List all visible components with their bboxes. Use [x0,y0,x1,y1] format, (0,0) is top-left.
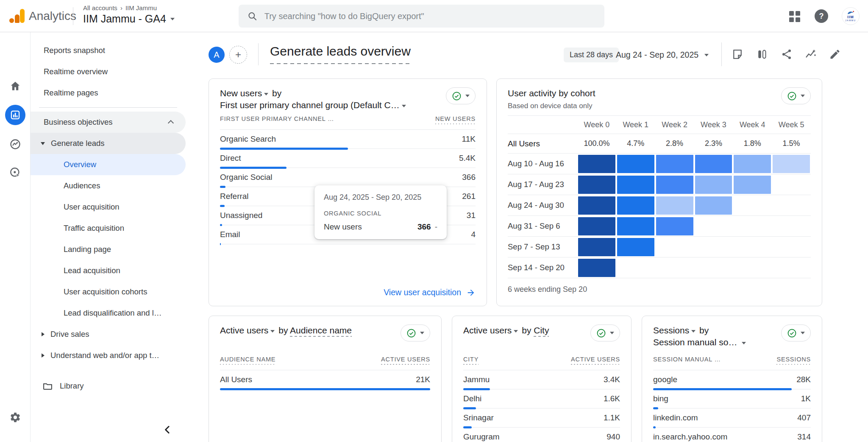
logo-dot [9,18,14,23]
sidebar-item-realtime-overview[interactable]: Realtime overview [31,61,186,82]
dimension-table: google28Kbing1Klinkedin.com407in.search.… [653,370,811,442]
metric-column-header[interactable]: ACTIVE USERS [381,356,430,365]
sidebar-item-landing-page[interactable]: Landing page [31,239,186,260]
breadcrumb-all-accounts[interactable]: All accounts [83,4,117,11]
note-icon[interactable] [732,48,743,60]
metric-column-header[interactable]: SESSIONS [776,356,811,365]
reports-icon[interactable] [5,105,25,125]
sidebar-item-user-acquisition-cohorts[interactable]: User acquisition cohorts [31,281,186,302]
advertising-icon[interactable] [9,167,21,179]
view-user-acquisition-link[interactable]: View user acquisition [384,288,476,297]
dimension-column-header[interactable]: CITY [463,356,479,365]
cohort-heatmap: Aug 10 - Aug 16Aug 17 - Aug 23Aug 24 - A… [508,154,811,278]
add-collaborator-button[interactable]: + [229,46,247,64]
cohort-week-header: Week 1 [616,120,655,129]
breadcrumb-entity[interactable]: IIM Jammu [125,4,157,11]
collapse-sidebar-icon[interactable] [161,423,174,436]
comparison-icon[interactable] [756,48,768,60]
cohort-row: Aug 31 - Sep 6 [508,216,811,237]
date-range-picker[interactable]: Aug 24 - Sep 20, 2025 [616,48,709,62]
date-range-text: Aug 24 - Sep 20, 2025 [616,50,698,60]
page-title[interactable]: Generate leads overview [270,44,411,64]
by-label: by [272,88,281,98]
home-icon[interactable] [9,80,21,92]
avatar-text-jammu: JAMMU [845,19,856,22]
property-selector[interactable]: IIM Jammu - GA4 [83,13,175,25]
sidebar-item-overview[interactable]: Overview [31,154,186,175]
row-value: 1K [801,394,811,403]
metric-selector[interactable]: Active users [463,325,512,335]
share-icon[interactable] [781,48,793,60]
sidebar-item-lead-acquisition[interactable]: Lead acquisition [31,260,186,281]
sidebar-item-user-acquisition[interactable]: User acquisition [31,196,186,218]
apps-grid-icon[interactable] [789,11,800,22]
metric-selector[interactable]: Active users [220,325,268,335]
sidebar-item-reports-snapshot[interactable]: Reports snapshot [31,40,186,61]
cohort-all-users-row: All Users100.0%4.7%2.8%2.3%1.8%1.5% [508,134,811,154]
sidebar-item-label: Reports snapshot [44,46,105,55]
data-quality-badge[interactable] [401,325,430,341]
sidebar-item-audiences[interactable]: Audiences [31,175,186,196]
cohort-cell [578,196,615,215]
metric-selector[interactable]: Sessions [653,325,689,335]
cohort-all-users-label: All Users [508,139,577,148]
help-icon[interactable]: ? [815,9,828,23]
cohort-cell [656,259,693,277]
sidebar-item-realtime-pages[interactable]: Realtime pages [31,82,186,104]
collaborator-avatar[interactable]: A [209,47,225,63]
sidebar-item-business-objectives[interactable]: Business objectives [31,112,186,133]
search-bar[interactable] [239,5,604,28]
header-divider [258,43,259,65]
data-quality-badge[interactable] [590,325,620,341]
sidebar-item-understand-web-and-or-app-t[interactable]: Understand web and/or app t… [31,345,186,366]
dimension-selector[interactable]: City [534,325,549,337]
data-quality-badge[interactable] [781,87,811,104]
cohort-cell [617,155,654,173]
date-preset-chip[interactable]: Last 28 days [564,48,619,62]
analytics-logo-icon[interactable] [9,9,25,23]
admin-gear-icon[interactable] [9,411,21,423]
insights-icon[interactable] [805,48,817,60]
sidebar-item-lead-disqualification-and-l[interactable]: Lead disqualification and l… [31,302,186,324]
data-quality-badge[interactable] [446,87,476,104]
metric-selector[interactable]: New users [220,88,262,98]
table-row: Organic Social366 [220,168,476,187]
sidebar-item-generate-leads[interactable]: Generate leads [31,133,186,154]
property-name: IIM Jammu - GA4 [83,13,166,25]
cohort-cell [656,176,693,194]
chart-tooltip: Aug 24, 2025 - Sep 20, 2025 ORGANIC SOCI… [314,185,447,239]
dimension-column-header[interactable]: AUDIENCE NAME [220,356,275,365]
dimension-selector[interactable]: First user primary channel group (Defaul… [220,100,400,110]
cohort-row: Aug 24 - Aug 30 [508,195,811,216]
row-value: 1.1K [604,413,620,422]
cohort-cell [578,259,615,277]
sidebar-item-library[interactable]: Library [31,375,186,397]
chevron-down-icon [742,342,746,344]
sidebar-item-drive-sales[interactable]: Drive sales [31,324,186,345]
row-value: 4 [471,230,476,239]
account-avatar[interactable]: IIM JAMMU [842,7,860,25]
dimension-selector[interactable]: Audience name [290,325,352,337]
metric-column-header[interactable]: ACTIVE USERS [571,356,620,365]
cohort-cell [734,176,771,194]
edit-icon[interactable] [829,48,841,60]
check-circle-icon [596,328,606,338]
dimension-table: All Users21K [220,370,430,389]
collapsed-caret-icon [42,332,45,336]
explore-icon[interactable] [9,138,21,150]
data-quality-badge[interactable] [781,325,811,341]
dimension-selector[interactable]: Session manual so… [653,337,737,347]
metric-column-header[interactable]: NEW USERS [435,115,476,124]
column-headers: AUDIENCE NAME ACTIVE USERS [220,356,430,370]
row-value: 1.6K [604,394,620,403]
cohort-cell [617,217,654,235]
cohort-cell [656,238,693,256]
cohort-cell [695,217,732,235]
dimension-column-header[interactable]: FIRST USER PRIMARY CHANNEL … [220,115,334,124]
cohort-subtitle: Based on device data only [508,102,595,110]
chevron-down-icon [801,332,805,334]
sidebar-item-traffic-acquisition[interactable]: Traffic acquisition [31,218,186,239]
dimension-column-header[interactable]: SESSION MANUAL … [653,356,721,365]
cohort-all-users-value: 1.5% [772,139,811,148]
search-input[interactable] [264,11,596,21]
